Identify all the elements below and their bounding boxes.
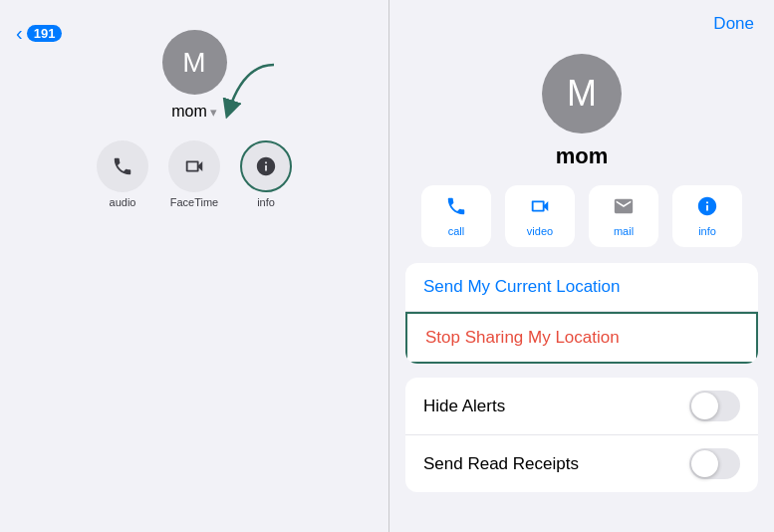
arrow-annotation <box>214 55 294 129</box>
info-button-left[interactable]: info <box>240 140 292 208</box>
video-label: video <box>527 225 553 237</box>
send-read-receipts-label: Send Read Receipts <box>423 454 579 474</box>
facetime-button-left[interactable]: FaceTime <box>168 140 220 208</box>
action-buttons-left: audio FaceTime info <box>97 140 292 208</box>
mail-icon-right <box>613 195 635 217</box>
hide-alerts-row: Hide Alerts <box>405 378 758 435</box>
audio-button-left[interactable]: audio <box>97 140 148 208</box>
info-button-right[interactable]: info <box>672 185 742 247</box>
stop-sharing-row[interactable]: Stop Sharing My Location <box>405 312 758 364</box>
info-label-right: info <box>698 225 716 237</box>
audio-icon-circle <box>97 140 148 192</box>
contact-name-left: mom ▾ <box>171 103 217 121</box>
right-header: Done <box>389 0 774 44</box>
video-icon-right <box>529 195 551 217</box>
call-button-right[interactable]: call <box>421 185 491 247</box>
avatar-right: M <box>542 54 622 133</box>
facetime-icon-circle <box>168 140 220 192</box>
info-icon <box>255 155 277 177</box>
phone-icon <box>112 155 133 177</box>
video-icon <box>183 155 205 177</box>
call-label: call <box>448 225 465 237</box>
facetime-label: FaceTime <box>170 196 219 208</box>
right-panel: Done M mom call video <box>388 0 774 532</box>
info-icon-circle <box>240 140 292 192</box>
phone-icon-right <box>445 195 467 217</box>
video-button-right[interactable]: video <box>505 185 575 247</box>
call-icon-wrap <box>445 195 467 221</box>
toggle-section: Hide Alerts Send Read Receipts <box>405 378 758 492</box>
mail-icon-wrap <box>613 195 635 221</box>
contact-name-right: mom <box>556 143 609 169</box>
action-buttons-right: call video mail <box>389 185 774 263</box>
left-panel: ‹ 191 M mom ▾ audio FaceTime <box>0 0 388 532</box>
hide-alerts-label: Hide Alerts <box>423 397 505 416</box>
info-label: info <box>257 196 275 208</box>
info-icon-right <box>696 195 718 217</box>
back-badge: 191 <box>27 25 63 42</box>
video-icon-wrap <box>529 195 551 221</box>
contact-section: M mom <box>389 44 774 185</box>
info-icon-wrap <box>696 195 718 221</box>
hide-alerts-toggle[interactable] <box>689 391 740 421</box>
send-location-row[interactable]: Send My Current Location <box>405 263 758 312</box>
audio-label: audio <box>110 196 136 208</box>
send-read-receipts-toggle[interactable] <box>689 448 740 479</box>
mail-button-right[interactable]: mail <box>589 185 658 247</box>
back-chevron-icon: ‹ <box>16 22 23 45</box>
done-button[interactable]: Done <box>713 14 754 34</box>
send-read-receipts-row: Send Read Receipts <box>405 435 758 492</box>
mail-label: mail <box>614 225 634 237</box>
location-section: Send My Current Location Stop Sharing My… <box>405 263 758 364</box>
back-button[interactable]: ‹ 191 <box>16 22 62 45</box>
